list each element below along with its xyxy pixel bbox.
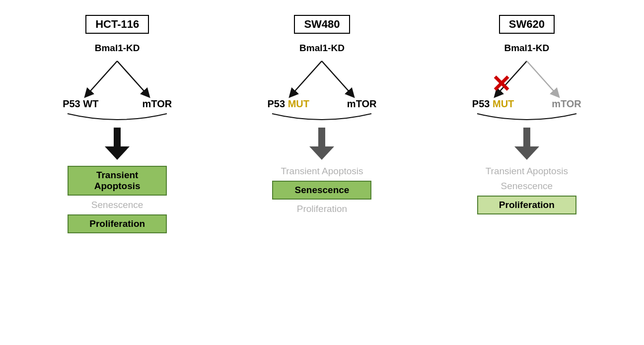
red-x-sw620: ✕ [491,72,511,96]
svg-line-5 [322,61,352,94]
bmal-label-sw620: Bmal1-KD [504,43,549,54]
outcome-sw620-2: Proliferation [477,196,576,214]
svg-line-1 [117,61,147,94]
svg-rect-10 [523,128,530,146]
arc-hct116 [63,112,172,126]
fork-arrows-hct116 [72,59,162,98]
mtor-label-sw480: mTOR [347,98,377,110]
bmal-label-hct116: Bmal1-KD [95,43,140,54]
p53-label-hct116: P53 WT [63,98,98,110]
fork-arrows-sw480 [277,59,366,98]
p53-mtor-row-sw480: P53 MUTmTOR [267,98,376,110]
svg-line-4 [292,61,322,94]
outcome-sw480-1: Senescence [272,181,371,200]
outcome-hct116-0: Transient Apoptosis [68,166,167,196]
fork-wrapper-sw480 [277,59,366,98]
arc-sw620 [472,112,581,126]
svg-marker-11 [514,146,539,160]
mtor-label-sw620: mTOR [552,98,581,110]
p53-mtor-row-sw620: P53 MUTmTOR [472,98,581,110]
outcome-sw620-0: Transient Apoptosis [477,166,576,177]
p53-label-sw620: P53 MUT [472,98,514,110]
big-arrow-hct116 [105,128,130,160]
column-sw620: SW620Bmal1-KD ✕P53 MUTmTOR Transient Apo… [425,10,629,216]
big-arrow-sw480 [309,128,334,160]
outcome-sw480-2: Proliferation [272,204,371,214]
outcome-sw480-0: Transient Apoptosis [272,166,371,177]
cell-label-sw480: SW480 [294,15,350,34]
fork-wrapper-hct116 [72,59,162,98]
bmal-label-sw480: Bmal1-KD [299,43,345,54]
svg-line-9 [527,61,557,94]
svg-marker-3 [105,146,130,160]
cell-label-sw620: SW620 [499,15,555,34]
diagram-container: HCT-116Bmal1-KD P53 WTmTOR Transient Apo… [0,0,644,345]
column-hct116: HCT-116Bmal1-KD P53 WTmTOR Transient Apo… [15,10,219,235]
fork-wrapper-sw620: ✕ [482,59,572,98]
svg-line-0 [87,61,117,94]
outcome-hct116-1: Senescence [68,200,167,210]
column-sw480: SW480Bmal1-KD P53 MUTmTOR Transient Apop… [219,10,424,216]
cell-label-hct116: HCT-116 [85,15,149,34]
svg-marker-7 [309,146,334,160]
p53-mtor-row-hct116: P53 WTmTOR [63,98,172,110]
arc-sw480 [267,112,376,126]
big-arrow-sw620 [514,128,539,160]
outcome-sw620-1: Senescence [477,181,576,192]
mtor-label-hct116: mTOR [143,98,172,110]
svg-rect-6 [318,128,325,146]
svg-rect-2 [114,128,121,146]
outcome-hct116-2: Proliferation [68,214,167,233]
p53-label-sw480: P53 MUT [267,98,309,110]
